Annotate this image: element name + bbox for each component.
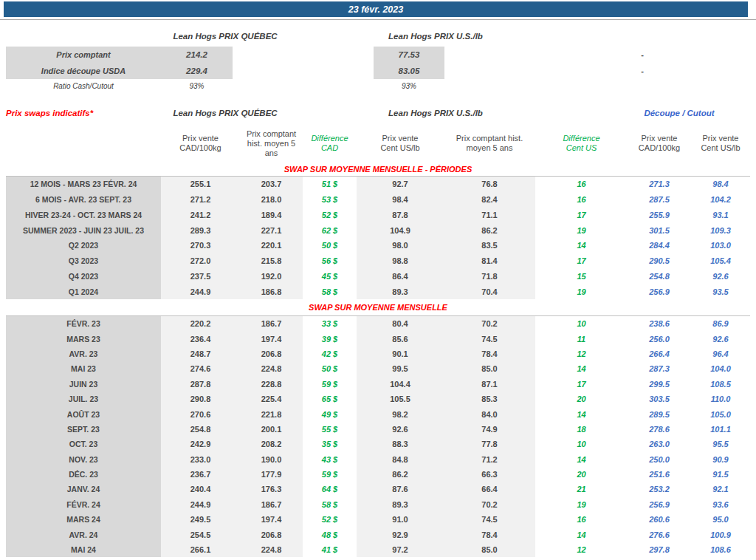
cell-us-difference: 17	[535, 208, 628, 223]
cell-cutout-cad-price: 256.9	[628, 497, 691, 512]
cell-cad-sell-price: 240.4	[161, 482, 240, 496]
cell-us-hist-avg: 78.4	[444, 527, 535, 542]
cutout-header: Découpe / Cutout	[605, 109, 753, 120]
cell-us-sell-price: 92.6	[357, 422, 444, 437]
cell-cad-hist-avg: 227.1	[240, 222, 303, 238]
table-row: FÉVR. 24244.9186.758 $89.370.219256.993.…	[6, 497, 750, 512]
table-row: AOÛT 23270.6221.849 $98.284.014289.5105.…	[6, 406, 750, 421]
cell-us-difference: 12	[535, 346, 628, 361]
column-header-cutout-us-price: Prix vente Cent US/lb	[691, 126, 750, 161]
cell-cad-hist-avg: 189.4	[240, 208, 303, 223]
cell-cad-difference: 35 $	[303, 437, 357, 451]
cell-us-hist-avg: 71.1	[444, 208, 535, 223]
cell-us-hist-avg: 74.5	[444, 331, 535, 346]
cell-cad-difference: 64 $	[303, 482, 357, 496]
cell-us-sell-price: 98.0	[357, 238, 444, 253]
cell-period-label: MAI 24	[6, 542, 161, 557]
cell-cad-difference: 65 $	[303, 392, 357, 406]
cell-us-hist-avg: 70.4	[444, 284, 535, 299]
table-row: Q2 2023270.3220.150 $98.083.514284.4103.…	[6, 238, 750, 253]
cell-period-label: Q3 2023	[6, 253, 161, 269]
table-row: MAI 24266.1224.841 $97.285.012297.8108.6	[6, 542, 750, 557]
cell-period-label: AOÛT 23	[6, 406, 161, 421]
cell-us-difference: 20	[535, 392, 628, 406]
cell-cad-difference: 52 $	[303, 208, 357, 223]
table-row: AVR. 24254.5206.848 $92.978.414276.6100.…	[6, 527, 750, 542]
cell-cutout-us-price: 95.5	[691, 437, 750, 451]
cell-cutout-cad-price: 253.2	[628, 482, 691, 496]
cell-cad-sell-price: 271.2	[161, 192, 240, 208]
cell-period-label: FÉVR. 23	[6, 316, 161, 331]
cell-cutout-cad-price: 303.5	[628, 392, 691, 406]
spot-us-value: 93%	[374, 80, 444, 92]
cell-us-difference: 21	[535, 482, 628, 496]
cell-period-label: FÉVR. 24	[6, 497, 161, 512]
section-title: SWAP SUR MOYENNE MENSUELLE - PÉRIODES	[6, 163, 750, 176]
cell-cad-sell-price: 241.2	[161, 208, 240, 223]
cell-us-hist-avg: 81.4	[444, 253, 535, 269]
cell-cad-hist-avg: 220.1	[240, 238, 303, 253]
cell-cutout-cad-price: 271.3	[628, 177, 691, 192]
swap-table: SWAP SUR MOYENNE MENSUELLE - PÉRIODES12 …	[6, 163, 750, 557]
cell-us-sell-price: 98.8	[357, 253, 444, 269]
cell-cad-sell-price: 233.0	[161, 452, 240, 467]
cell-us-difference: 17	[535, 377, 628, 392]
cell-cad-hist-avg: 218.0	[240, 192, 303, 208]
cell-us-sell-price: 99.5	[357, 361, 444, 376]
column-header-us-sell-price: Prix vente Cent US/lb	[357, 126, 444, 161]
cell-us-difference: 19	[535, 497, 628, 512]
cell-period-label: JUIL. 23	[6, 392, 161, 406]
cell-cutout-us-price: 100.9	[691, 527, 750, 542]
cell-cutout-us-price: 92.6	[691, 269, 750, 284]
cell-period-label: MARS 24	[6, 512, 161, 527]
cell-period-label: SEPT. 23	[6, 422, 161, 437]
spot-row-cutout-index: Indice découpe USDA 229.4 83.05 -	[0, 63, 756, 79]
cell-cad-sell-price: 254.5	[161, 527, 240, 542]
cell-us-sell-price: 98.4	[357, 192, 444, 208]
table-row: Q3 2023272.0215.856 $98.881.417290.5105.…	[6, 253, 750, 269]
cell-cad-sell-price: 244.9	[161, 497, 240, 512]
cell-cad-sell-price: 254.8	[161, 422, 240, 437]
cell-cutout-us-price: 108.6	[691, 542, 750, 557]
table-row: JANV. 24240.4176.364 $87.666.421253.292.…	[6, 482, 750, 496]
cell-cutout-us-price: 95.0	[691, 512, 750, 527]
cell-us-hist-avg: 74.9	[444, 422, 535, 437]
table-row: JUIL. 23290.8225.465 $105.585.320303.511…	[6, 392, 750, 406]
cell-us-sell-price: 88.3	[357, 437, 444, 451]
cell-cutout-cad-price: 287.3	[628, 361, 691, 376]
table-row: 12 MOIS - MARS 23 FÉVR. 24255.1203.751 $…	[6, 177, 750, 192]
cell-cutout-us-price: 86.9	[691, 316, 750, 331]
cell-cad-sell-price: 244.9	[161, 284, 240, 299]
cell-us-hist-avg: 85.3	[444, 392, 535, 406]
cell-us-sell-price: 85.6	[357, 331, 444, 346]
cell-cutout-cad-price: 284.4	[628, 238, 691, 253]
cell-us-sell-price: 87.6	[357, 482, 444, 496]
cell-cad-hist-avg: 177.9	[240, 467, 303, 482]
cell-us-sell-price: 89.3	[357, 497, 444, 512]
cell-cad-sell-price: 287.8	[161, 377, 240, 392]
cell-period-label: SUMMER 2023 - JUIN 23 JUIL. 23	[6, 222, 161, 238]
cell-cad-hist-avg: 215.8	[240, 253, 303, 269]
cell-cad-difference: 41 $	[303, 542, 357, 557]
cell-period-label: JUIN 23	[6, 377, 161, 392]
cell-cutout-us-price: 105.4	[691, 253, 750, 269]
cell-us-difference: 10	[535, 437, 628, 451]
cell-cad-hist-avg: 197.4	[240, 512, 303, 527]
cell-period-label: MARS 23	[6, 331, 161, 346]
cell-cutout-cad-price: 250.0	[628, 452, 691, 467]
cell-cutout-us-price: 104.2	[691, 192, 750, 208]
cell-cad-difference: 33 $	[303, 316, 357, 331]
swaps-quebec-header: Lean Hogs PRIX QUÉBEC	[151, 109, 299, 120]
cell-us-hist-avg: 85.0	[444, 361, 535, 376]
table-row: NOV. 23233.0190.043 $84.871.214250.090.9	[6, 452, 750, 467]
cell-us-sell-price: 86.4	[357, 269, 444, 284]
spot-quebec-value: 93%	[161, 80, 233, 92]
cell-us-difference: 14	[535, 406, 628, 421]
cell-us-difference: 15	[535, 269, 628, 284]
cell-us-difference: 11	[535, 331, 628, 346]
cell-us-difference: 20	[535, 467, 628, 482]
spot-us-value: 83.05	[374, 63, 444, 79]
table-row: MARS 23236.4197.439 $85.674.511256.092.6	[6, 331, 750, 346]
cell-cad-sell-price: 248.7	[161, 346, 240, 361]
cell-cad-difference: 59 $	[303, 377, 357, 392]
